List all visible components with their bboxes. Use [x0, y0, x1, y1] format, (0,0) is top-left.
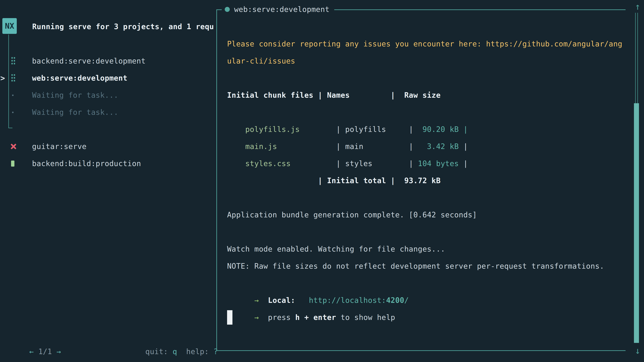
- task-backend-serve[interactable]: backend:serve:development: [32, 52, 146, 69]
- sidebar-title: Running serve for 3 projects, and 1 requ: [32, 18, 214, 35]
- scroll-up-arrow-icon[interactable]: ↑: [631, 1, 644, 12]
- panel-title-bar: web:serve:development: [222, 1, 334, 18]
- terminal-cursor: [227, 310, 232, 325]
- page-prev-arrow[interactable]: ←: [29, 347, 34, 356]
- task-waiting-2[interactable]: Waiting for task...: [32, 104, 118, 121]
- task-waiting-1[interactable]: Waiting for task...: [32, 87, 118, 104]
- running-status-dot-icon: [225, 7, 230, 12]
- nx-logo: NX: [2, 18, 17, 34]
- watch-mode-line: Watch mode enabled. Watching for file ch…: [227, 241, 445, 258]
- failed-x-icon: [10, 143, 16, 149]
- quit-label: quit:: [145, 347, 172, 356]
- scroll-down-arrow-icon[interactable]: ↓: [631, 345, 644, 357]
- success-square-icon: [11, 161, 14, 167]
- chunk-file: styles.css: [245, 159, 291, 168]
- spinner-icon: [12, 57, 15, 65]
- help-label: help:: [186, 347, 214, 356]
- initial-total-row: | Initial total | 93.72 kB: [227, 172, 440, 189]
- chunk-size: 104 bytes: [418, 159, 459, 168]
- task-guitar-serve[interactable]: guitar:serve: [32, 138, 86, 155]
- help-hint-line: → press h + enter to show help: [227, 292, 395, 343]
- scrollbar-thumb[interactable]: [634, 103, 639, 343]
- scrollbar-track[interactable]: [635, 13, 638, 103]
- shortcut-hints: quit: q help: ?: [127, 326, 218, 362]
- page-next-arrow[interactable]: →: [56, 347, 61, 356]
- task-tree-corner: [8, 128, 12, 128]
- pagination: ← 1/1 →: [11, 326, 61, 362]
- bundle-complete-line: Application bundle generation complete. …: [227, 206, 477, 223]
- panel-title: web:serve:development: [234, 6, 330, 13]
- raw-size-note-line: NOTE: Raw file sizes do not reflect deve…: [227, 258, 604, 275]
- spinner-icon: [12, 74, 15, 82]
- task-tree-line: [8, 34, 9, 128]
- page-count: 1/1: [34, 347, 56, 356]
- help-keys: h + enter: [295, 313, 336, 322]
- quit-key: q: [172, 347, 177, 356]
- arrow-icon: →: [254, 313, 259, 322]
- issue-notice-line2: ular-cli/issues: [227, 52, 295, 69]
- help-pre: press: [268, 313, 295, 322]
- task-backend-build[interactable]: backend:build:production: [32, 155, 141, 172]
- gap: [259, 313, 268, 322]
- task-web-serve[interactable]: web:serve:development: [32, 69, 128, 87]
- chunk-name: | styles |: [291, 159, 418, 168]
- local-slash[interactable]: /: [404, 296, 409, 305]
- pending-dot-icon: [12, 94, 14, 96]
- issue-notice-line1: Please consider reporting any issues you…: [227, 35, 622, 52]
- chunk-table-header: Initial chunk files | Names | Raw size: [227, 87, 440, 104]
- chunk-tail: |: [459, 159, 468, 168]
- hint-gap: [177, 347, 186, 356]
- indent: [245, 313, 254, 322]
- pending-dot-icon: [12, 112, 14, 113]
- selected-chevron-icon: >: [0, 69, 5, 87]
- help-post: to show help: [336, 313, 395, 322]
- nx-tui-screen: NX Running serve for 3 projects, and 1 r…: [0, 0, 644, 362]
